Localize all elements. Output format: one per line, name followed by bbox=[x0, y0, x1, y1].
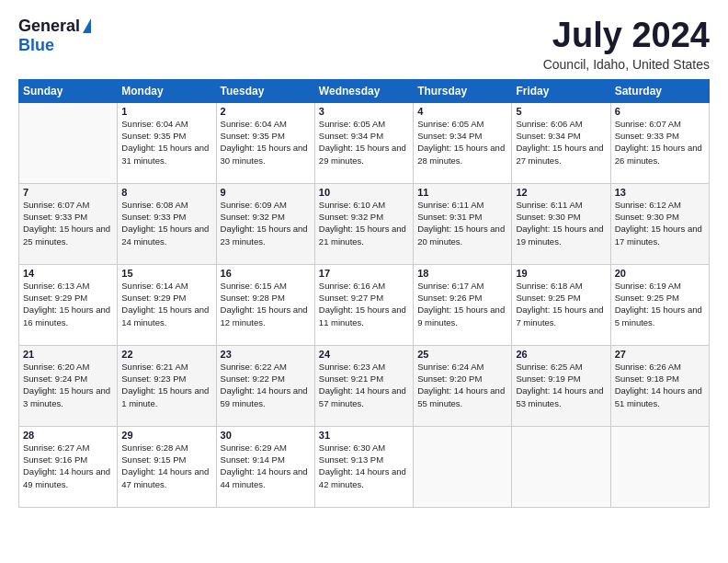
day-cell: 23 Sunrise: 6:22 AM Sunset: 9:22 PM Dayl… bbox=[216, 345, 314, 426]
header: General Blue July 2024 Council, Idaho, U… bbox=[18, 17, 710, 72]
day-cell: 3 Sunrise: 6:05 AM Sunset: 9:34 PM Dayli… bbox=[314, 102, 413, 183]
sunrise-text: Sunrise: 6:28 AM bbox=[121, 442, 188, 453]
sunset-text: Sunset: 9:14 PM bbox=[221, 454, 285, 465]
day-cell: 29 Sunrise: 6:28 AM Sunset: 9:15 PM Dayl… bbox=[118, 426, 216, 507]
daylight-text: Daylight: 15 hours and 19 minutes. bbox=[516, 224, 603, 246]
day-number: 30 bbox=[221, 430, 311, 441]
day-info: Sunrise: 6:20 AM Sunset: 9:24 PM Dayligh… bbox=[23, 361, 113, 409]
calendar-table: SundayMondayTuesdayWednesdayThursdayFrid… bbox=[18, 79, 710, 508]
day-number: 15 bbox=[121, 268, 211, 279]
sunrise-text: Sunrise: 6:14 AM bbox=[121, 281, 188, 291]
day-info: Sunrise: 6:30 AM Sunset: 9:13 PM Dayligh… bbox=[319, 442, 409, 490]
day-number: 13 bbox=[615, 187, 705, 198]
day-info: Sunrise: 6:11 AM Sunset: 9:31 PM Dayligh… bbox=[417, 199, 507, 247]
sunrise-text: Sunrise: 6:09 AM bbox=[221, 200, 287, 210]
sunset-text: Sunset: 9:18 PM bbox=[615, 373, 679, 384]
day-info: Sunrise: 6:06 AM Sunset: 9:34 PM Dayligh… bbox=[516, 118, 606, 167]
sunset-text: Sunset: 9:22 PM bbox=[221, 373, 285, 384]
sunrise-text: Sunrise: 6:06 AM bbox=[516, 119, 582, 129]
day-number: 12 bbox=[516, 187, 606, 198]
daylight-text: Daylight: 15 hours and 27 minutes. bbox=[516, 143, 603, 165]
day-number: 6 bbox=[615, 106, 705, 117]
day-number: 14 bbox=[23, 268, 113, 279]
sunrise-text: Sunrise: 6:11 AM bbox=[417, 200, 483, 210]
sunrise-text: Sunrise: 6:29 AM bbox=[221, 442, 287, 453]
daylight-text: Daylight: 14 hours and 59 minutes. bbox=[221, 385, 308, 408]
sunrise-text: Sunrise: 6:27 AM bbox=[23, 442, 89, 453]
daylight-text: Daylight: 15 hours and 25 minutes. bbox=[23, 224, 110, 246]
weekday-header-friday: Friday bbox=[512, 79, 610, 102]
sunset-text: Sunset: 9:13 PM bbox=[319, 454, 383, 465]
daylight-text: Daylight: 15 hours and 30 minutes. bbox=[221, 143, 308, 165]
day-info: Sunrise: 6:29 AM Sunset: 9:14 PM Dayligh… bbox=[221, 442, 311, 490]
day-info: Sunrise: 6:04 AM Sunset: 9:35 PM Dayligh… bbox=[221, 118, 311, 167]
daylight-text: Daylight: 14 hours and 44 minutes. bbox=[221, 466, 308, 488]
daylight-text: Daylight: 15 hours and 16 minutes. bbox=[23, 304, 110, 327]
day-number: 26 bbox=[516, 349, 606, 360]
day-number: 21 bbox=[23, 349, 113, 360]
sunrise-text: Sunrise: 6:21 AM bbox=[121, 362, 188, 372]
day-cell bbox=[610, 426, 709, 507]
sunrise-text: Sunrise: 6:22 AM bbox=[221, 362, 287, 372]
day-info: Sunrise: 6:07 AM Sunset: 9:33 PM Dayligh… bbox=[23, 199, 113, 247]
day-cell: 25 Sunrise: 6:24 AM Sunset: 9:20 PM Dayl… bbox=[414, 345, 512, 426]
sunrise-text: Sunrise: 6:19 AM bbox=[615, 281, 681, 291]
day-number: 7 bbox=[23, 187, 113, 198]
daylight-text: Daylight: 14 hours and 53 minutes. bbox=[516, 385, 603, 408]
day-info: Sunrise: 6:09 AM Sunset: 9:32 PM Dayligh… bbox=[221, 199, 311, 247]
logo: General Blue bbox=[18, 17, 91, 55]
day-cell: 27 Sunrise: 6:26 AM Sunset: 9:18 PM Dayl… bbox=[610, 345, 709, 426]
sunrise-text: Sunrise: 6:04 AM bbox=[121, 119, 188, 129]
sunrise-text: Sunrise: 6:11 AM bbox=[516, 200, 582, 210]
title-location: Council, Idaho, United States bbox=[543, 57, 710, 72]
sunset-text: Sunset: 9:16 PM bbox=[23, 454, 87, 465]
weekday-header-sunday: Sunday bbox=[19, 79, 118, 102]
sunset-text: Sunset: 9:33 PM bbox=[615, 131, 679, 141]
day-cell: 4 Sunrise: 6:05 AM Sunset: 9:34 PM Dayli… bbox=[414, 102, 512, 183]
sunset-text: Sunset: 9:26 PM bbox=[417, 293, 482, 303]
sunrise-text: Sunrise: 6:04 AM bbox=[221, 119, 287, 129]
day-info: Sunrise: 6:27 AM Sunset: 9:16 PM Dayligh… bbox=[23, 442, 113, 490]
day-number: 22 bbox=[121, 349, 211, 360]
day-cell: 11 Sunrise: 6:11 AM Sunset: 9:31 PM Dayl… bbox=[414, 183, 512, 264]
day-info: Sunrise: 6:05 AM Sunset: 9:34 PM Dayligh… bbox=[319, 118, 409, 167]
weekday-header-tuesday: Tuesday bbox=[216, 79, 314, 102]
daylight-text: Daylight: 15 hours and 23 minutes. bbox=[221, 224, 308, 246]
daylight-text: Daylight: 15 hours and 28 minutes. bbox=[417, 143, 505, 165]
weekday-header-thursday: Thursday bbox=[414, 79, 512, 102]
sunrise-text: Sunrise: 6:05 AM bbox=[319, 119, 385, 129]
day-cell bbox=[512, 426, 610, 507]
day-cell: 2 Sunrise: 6:04 AM Sunset: 9:35 PM Dayli… bbox=[216, 102, 314, 183]
logo-general-text: General bbox=[18, 17, 80, 36]
day-cell: 24 Sunrise: 6:23 AM Sunset: 9:21 PM Dayl… bbox=[314, 345, 413, 426]
day-number: 10 bbox=[319, 187, 409, 198]
sunrise-text: Sunrise: 6:20 AM bbox=[23, 362, 89, 372]
day-info: Sunrise: 6:23 AM Sunset: 9:21 PM Dayligh… bbox=[319, 361, 409, 409]
daylight-text: Daylight: 15 hours and 29 minutes. bbox=[319, 143, 406, 165]
day-cell: 7 Sunrise: 6:07 AM Sunset: 9:33 PM Dayli… bbox=[19, 183, 118, 264]
day-number: 25 bbox=[417, 349, 507, 360]
sunset-text: Sunset: 9:30 PM bbox=[516, 212, 580, 222]
day-cell: 30 Sunrise: 6:29 AM Sunset: 9:14 PM Dayl… bbox=[216, 426, 314, 507]
week-row-5: 28 Sunrise: 6:27 AM Sunset: 9:16 PM Dayl… bbox=[19, 426, 710, 507]
sunset-text: Sunset: 9:33 PM bbox=[23, 212, 87, 222]
day-info: Sunrise: 6:13 AM Sunset: 9:29 PM Dayligh… bbox=[23, 280, 113, 328]
day-number: 11 bbox=[417, 187, 507, 198]
week-row-1: 1 Sunrise: 6:04 AM Sunset: 9:35 PM Dayli… bbox=[19, 102, 710, 183]
day-cell: 19 Sunrise: 6:18 AM Sunset: 9:25 PM Dayl… bbox=[512, 264, 610, 345]
day-cell bbox=[19, 102, 118, 183]
sunrise-text: Sunrise: 6:12 AM bbox=[615, 200, 681, 210]
day-number: 2 bbox=[221, 106, 311, 117]
daylight-text: Daylight: 15 hours and 21 minutes. bbox=[319, 224, 406, 246]
day-info: Sunrise: 6:28 AM Sunset: 9:15 PM Dayligh… bbox=[121, 442, 211, 490]
day-number: 17 bbox=[319, 268, 409, 279]
day-cell: 10 Sunrise: 6:10 AM Sunset: 9:32 PM Dayl… bbox=[314, 183, 413, 264]
logo-triangle-icon bbox=[83, 18, 91, 33]
weekday-header-row: SundayMondayTuesdayWednesdayThursdayFrid… bbox=[19, 79, 710, 102]
day-number: 8 bbox=[121, 187, 211, 198]
day-info: Sunrise: 6:07 AM Sunset: 9:33 PM Dayligh… bbox=[615, 118, 705, 167]
day-number: 24 bbox=[319, 349, 409, 360]
sunrise-text: Sunrise: 6:15 AM bbox=[221, 281, 287, 291]
daylight-text: Daylight: 14 hours and 55 minutes. bbox=[417, 385, 505, 408]
day-number: 16 bbox=[221, 268, 311, 279]
